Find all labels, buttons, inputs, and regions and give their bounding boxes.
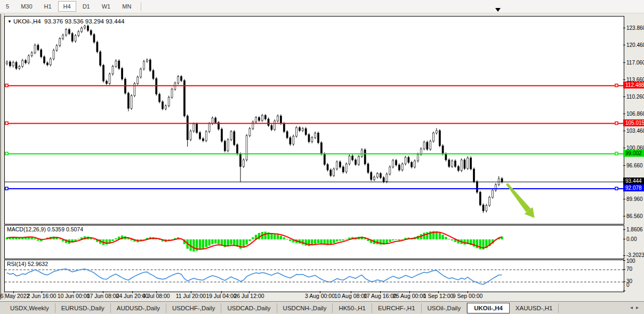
- axis-tick: [623, 96, 625, 97]
- price-tick-label: 1.8606: [626, 227, 643, 232]
- date-label: 11 Jul 20:00: [176, 293, 206, 299]
- chart-shift-marker-icon[interactable]: [495, 8, 501, 12]
- date-label: 10 Aug 08:00: [334, 293, 367, 299]
- date-label: 26 May 2022: [0, 293, 29, 299]
- chart-dropdown-icon[interactable]: ▼: [7, 19, 12, 24]
- macd-panel[interactable]: [4, 225, 624, 259]
- date-label: 17 Aug 16:00: [364, 293, 397, 299]
- timeframe-button-w1[interactable]: W1: [96, 1, 116, 12]
- tab-scroll-right-icon[interactable]: ▸: [636, 304, 642, 310]
- chart-tab-bar: USDX,WeeklyEURUSD-,DailyAUDUSD-,DailyUSD…: [0, 301, 644, 314]
- price-tick-label: 70: [626, 266, 632, 272]
- chart-title: ▼UKOil-,H4 93.376 93.536 93.294 93.444: [7, 18, 124, 25]
- axis-tick: [623, 62, 625, 63]
- price-tag: 105.015: [623, 119, 644, 126]
- date-label: 4 Jul 08:00: [142, 293, 170, 299]
- price-tick-label: 103.460: [626, 128, 644, 134]
- chart-tab-eurchf-h1[interactable]: EURCHF-,H1: [372, 303, 422, 313]
- price-tick-label: 123.860: [626, 25, 644, 31]
- toolbar-separator: [141, 2, 141, 11]
- axis-tick: [623, 229, 625, 230]
- date-label: 17 Jun 08:00: [87, 293, 119, 299]
- price-tick-label: 106.860: [626, 111, 644, 117]
- axis-tick: [623, 291, 625, 291]
- macd-label: MACD(12,26,9) 0.5359 0.5074: [7, 226, 83, 232]
- price-tick-label: 100: [626, 258, 635, 264]
- price-tag: 92.078: [623, 184, 644, 191]
- axis-tick: [623, 199, 625, 199]
- axis-tick: [623, 114, 625, 114]
- price-tick-label: 86.560: [626, 213, 643, 219]
- chart-tab-usdx-weekly[interactable]: USDX,Weekly: [4, 303, 55, 313]
- axis-tick: [623, 281, 625, 282]
- timeframe-button-d1[interactable]: D1: [77, 1, 95, 12]
- date-label: 2 Jun 16:00: [27, 293, 57, 299]
- price-tag: 99.002: [623, 150, 644, 157]
- timeframe-button-5[interactable]: 5: [1, 1, 14, 12]
- timeframe-buttons: 5M30H1H4D1W1MN: [0, 1, 137, 12]
- price-tick-label: 89.960: [626, 196, 643, 202]
- timeframe-toolbar: 5M30H1H4D1W1MN: [0, 0, 644, 13]
- price-tick-label: 117.060: [626, 60, 644, 66]
- axis-tick: [623, 148, 625, 148]
- date-label: 19 Jul 04:00: [206, 293, 236, 299]
- axis-tick: [623, 239, 625, 239]
- timeframe-button-h4[interactable]: H4: [58, 1, 76, 12]
- price-tick-label: 0.00: [626, 236, 637, 242]
- candles: [6, 25, 503, 213]
- price-axis[interactable]: 123.860120.460117.060113.660110.260106.8…: [623, 16, 644, 291]
- timeframe-button-mn[interactable]: MN: [117, 1, 136, 12]
- price-tick-label: 110.260: [626, 94, 644, 100]
- date-label: 1 Sep 12:00: [423, 293, 454, 299]
- axis-tick: [623, 165, 625, 166]
- chart-tab-eurusd-daily[interactable]: EURUSD-,Daily: [55, 303, 111, 313]
- price-tick-label: -3.2023: [626, 252, 644, 258]
- axis-tick: [623, 255, 625, 256]
- axis-tick: [623, 131, 625, 131]
- price-tag: 93.444: [623, 178, 644, 184]
- mt4-window: 5M30H1H4D1W1MN ▼UKOil-,H4 93.376 93.536 …: [0, 0, 644, 314]
- rsi-label: RSI(14) 52.9632: [7, 261, 48, 267]
- axis-tick: [623, 216, 625, 216]
- price-chart[interactable]: [4, 16, 624, 224]
- price-tick-label: 96.660: [626, 163, 643, 168]
- trend-arrow: [506, 183, 535, 218]
- axis-tick: [623, 45, 625, 45]
- axis-tick: [623, 79, 625, 80]
- date-label: 26 Jul 12:00: [234, 293, 264, 299]
- chart-tab-usdchf-daily[interactable]: USDCHF-,Daily: [166, 303, 222, 313]
- price-tick-label: 120.460: [626, 42, 644, 48]
- axis-tick: [623, 28, 625, 28]
- tab-scroll-left-icon[interactable]: ◂: [630, 304, 636, 310]
- chart-tab-xauusd-h1[interactable]: XAUUSD-,H1: [510, 303, 559, 313]
- date-label: 25 Aug 00:00: [393, 293, 426, 299]
- chart-tab-usdcnh-daily[interactable]: USDCNH-,Daily: [277, 303, 333, 313]
- date-label: 9 Sep 00:00: [453, 293, 483, 299]
- chart-tab-hk50-h1[interactable]: HK50-,H1: [333, 303, 372, 313]
- chart-tab-ukoil-h4[interactable]: UKOil-,H4: [467, 303, 510, 313]
- time-axis[interactable]: 26 May 20222 Jun 16:0010 Jun 00:0017 Jun…: [4, 291, 623, 300]
- axis-tick: [623, 269, 625, 270]
- date-label: 3 Aug 00:00: [305, 293, 335, 299]
- timeframe-button-m30[interactable]: M30: [15, 1, 37, 12]
- chart-tab-usoil-daily[interactable]: USOil-,Daily: [422, 303, 468, 313]
- date-label: 10 Jun 00:00: [58, 293, 90, 299]
- tab-scroll-arrows[interactable]: ◂▸: [630, 304, 642, 310]
- price-tag: 112.488: [623, 82, 644, 88]
- chart-tab-usdcad-daily[interactable]: USDCAD-,Daily: [221, 303, 277, 313]
- axis-tick: [623, 260, 625, 261]
- price-tick-label: 0: [626, 282, 630, 288]
- rsi-panel[interactable]: [4, 260, 624, 292]
- chart-tab-audusd-daily[interactable]: AUDUSD-,Daily: [111, 303, 166, 313]
- chart-symbol-label: UKOil-,H4: [13, 18, 41, 25]
- chart-ohlc-values: 93.376 93.536 93.294 93.444: [44, 18, 124, 25]
- timeframe-button-h1[interactable]: H1: [39, 1, 57, 12]
